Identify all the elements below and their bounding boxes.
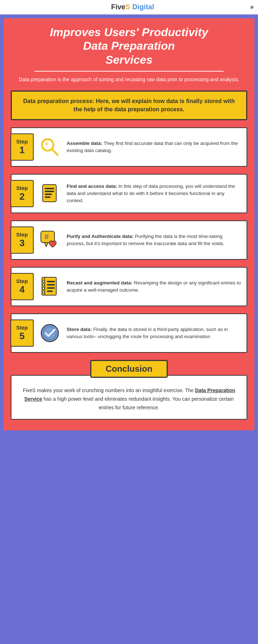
step-icon-4 (37, 274, 62, 299)
step-word-4: Step (16, 278, 28, 284)
svg-point-20 (42, 291, 44, 293)
step-num-1: 1 (19, 145, 24, 155)
step-card-1: Step 1 Assemble data: They first find ac… (11, 127, 247, 167)
step-label-1: Step 1 (10, 133, 34, 161)
conclusion-section: Conclusion FiveS makes your work of crun… (11, 360, 247, 420)
step-title-3: Purify and Authenticate data: (67, 234, 134, 239)
brand-digital: Digital (130, 3, 154, 11)
svg-text:#: # (44, 232, 49, 241)
step-icon-1 (37, 135, 62, 160)
step-icon-5 (37, 321, 62, 346)
step-icon-3: # (37, 228, 62, 253)
highlight-text: Data preparation process: Here, we will … (19, 97, 239, 113)
conclusion-title: Conclusion (90, 360, 168, 378)
step-card-2: Step 2 Find and access data: In this ste… (11, 174, 247, 213)
svg-rect-13 (47, 281, 55, 282)
step-text-2: Find and access data: In this step of da… (67, 183, 241, 205)
conclusion-body-end: has a high power level and eliminates re… (42, 396, 234, 410)
svg-rect-15 (47, 287, 55, 289)
page-title: Improves Users' Productivity Data Prepar… (11, 25, 247, 67)
svg-point-21 (41, 325, 58, 342)
conclusion-body-start: FiveS makes your work of crunching numbe… (23, 387, 195, 393)
svg-rect-3 (43, 185, 56, 202)
step-label-2: Step 2 (10, 180, 34, 207)
svg-rect-7 (45, 196, 51, 198)
svg-point-19 (42, 287, 44, 289)
main-content: Improves Users' Productivity Data Prepar… (4, 18, 254, 430)
step-label-3: Step 3 (10, 226, 34, 254)
step-title-4: Recast and augmented data: (67, 280, 133, 286)
step-word-3: Step (16, 232, 28, 238)
conclusion-box: FiveS makes your work of crunching numbe… (11, 375, 247, 420)
subtitle: Data preparation is the approach of sort… (11, 76, 247, 83)
highlight-box: Data preparation process: Here, we will … (11, 91, 247, 120)
step-title-2: Find and access data: (67, 184, 117, 189)
step-num-5: 5 (19, 331, 24, 341)
brand-five: Five (111, 3, 125, 11)
svg-rect-4 (45, 188, 54, 189)
svg-point-18 (42, 284, 44, 286)
step-label-5: Step 5 (10, 319, 34, 347)
svg-line-1 (52, 149, 58, 155)
step-text-1: Assemble data: They first find accurate … (67, 140, 241, 155)
top-bar: FiveS Digital » (0, 0, 258, 15)
step-num-4: 4 (19, 284, 24, 295)
svg-point-17 (42, 280, 44, 282)
step-num-3: 3 (19, 238, 24, 248)
chevron-icon[interactable]: » (250, 3, 254, 11)
step-text-4: Recast and augmented data: Revamping the… (67, 279, 241, 294)
step-icon-2 (37, 181, 62, 206)
svg-point-2 (45, 142, 48, 146)
step-card-5: Step 5 Store data: Finally, the data is … (11, 313, 247, 353)
step-label-4: Step 4 (10, 273, 34, 300)
step-word-1: Step (16, 139, 28, 145)
brand-title: FiveS Digital (15, 3, 250, 11)
step-title-1: Assemble data: (67, 141, 102, 146)
svg-rect-16 (47, 291, 53, 292)
step-num-2: 2 (19, 191, 24, 202)
step-card-4: Step 4 Recast and augmented data: Revamp… (11, 267, 247, 306)
brand-s: S (125, 3, 130, 11)
svg-rect-14 (47, 284, 55, 286)
title-divider (34, 71, 224, 72)
step-word-5: Step (16, 325, 28, 331)
svg-rect-6 (45, 194, 52, 195)
svg-rect-5 (45, 191, 54, 192)
step-word-2: Step (16, 185, 28, 191)
step-card-3: Step 3 # Purify and Authenticate data: P… (11, 220, 247, 260)
step-title-5: Store data: (67, 327, 92, 332)
step-text-3: Purify and Authenticate data: Purifying … (67, 233, 241, 248)
step-text-5: Store data: Finally, the data is stored … (67, 326, 241, 341)
svg-marker-10 (44, 243, 48, 247)
